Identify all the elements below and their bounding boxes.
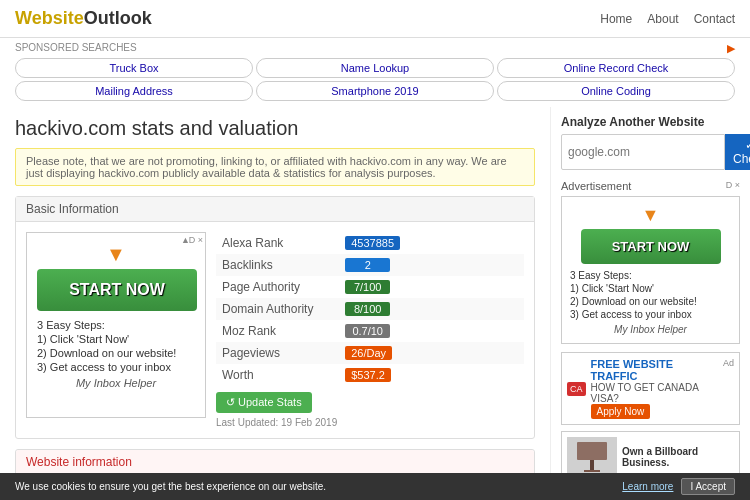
stats-value: 8/100 <box>339 298 524 320</box>
analyze-input[interactable] <box>561 134 725 170</box>
nav-contact[interactable]: Contact <box>694 12 735 26</box>
right-step-2: 2) Download on our website! <box>570 296 731 307</box>
analyze-title: Analyze Another Website <box>561 115 740 129</box>
right-inbox-helper: My Inbox Helper <box>570 324 731 335</box>
site-logo: WebsiteOutlook <box>15 8 152 29</box>
sponsored-item-5[interactable]: Smartphone 2019 <box>256 81 494 101</box>
cookie-learn-more[interactable]: Learn more <box>622 481 673 492</box>
right-ad-box: ▼ START NOW 3 Easy Steps: 1) Click 'Star… <box>561 196 740 344</box>
basic-info-header: Basic Information <box>16 197 534 222</box>
update-stats-button[interactable]: ↺ Update Stats <box>216 392 312 413</box>
stats-row: Alexa Rank 4537885 <box>216 232 524 254</box>
stats-table-container: Alexa Rank 4537885Backlinks 2Page Author… <box>216 232 524 428</box>
sponsored-item-3[interactable]: Online Record Check <box>497 58 735 78</box>
stats-label: Domain Authority <box>216 298 339 320</box>
right-ad-steps: 3 Easy Steps: 1) Click 'Start Now' 2) Do… <box>570 270 731 320</box>
sponsored-section: SPONSORED SEARCHES ▶ Truck Box Name Look… <box>0 38 750 107</box>
right-arrow-icon: ▼ <box>570 205 731 226</box>
sponsored-grid: Truck Box Name Lookup Online Record Chec… <box>15 58 735 101</box>
canada-flag: CA <box>567 382 586 396</box>
cookie-text: We use cookies to ensure you get the bes… <box>15 481 326 492</box>
arrow-down-icon: ▼ <box>37 243 195 266</box>
right-step-1: 1) Click 'Start Now' <box>570 283 731 294</box>
stats-table: Alexa Rank 4537885Backlinks 2Page Author… <box>216 232 524 386</box>
canada-apply-button[interactable]: Apply Now <box>591 404 651 419</box>
cookie-accept-button[interactable]: I Accept <box>681 478 735 495</box>
right-step-3: 3) Get access to your inbox <box>570 309 731 320</box>
svg-rect-1 <box>590 460 594 470</box>
step-2: 2) Download on our website! <box>37 347 195 359</box>
stats-row: Domain Authority 8/100 <box>216 298 524 320</box>
ad-label: D × <box>189 235 203 245</box>
notice-box: Please note, that we are not promoting, … <box>15 148 535 186</box>
right-steps-intro: 3 Easy Steps: <box>570 270 731 281</box>
site-header: WebsiteOutlook Home About Contact <box>0 0 750 38</box>
stats-value: 7/100 <box>339 276 524 298</box>
svg-rect-2 <box>584 470 600 472</box>
stats-value: $537.2 <box>339 364 524 386</box>
analyze-box: Analyze Another Website ✓ Check <box>561 115 740 170</box>
cookie-bar: We use cookies to ensure you get the bes… <box>0 473 750 500</box>
nav-about[interactable]: About <box>647 12 678 26</box>
ad-steps: 3 Easy Steps: 1) Click 'Start Now' 2) Do… <box>37 319 195 373</box>
main-content: hackivo.com stats and valuation Please n… <box>0 107 750 500</box>
cookie-actions: Learn more I Accept <box>622 478 735 495</box>
stats-value: 26/Day <box>339 342 524 364</box>
sponsored-item-2[interactable]: Name Lookup <box>256 58 494 78</box>
nav-home[interactable]: Home <box>600 12 632 26</box>
right-column: Analyze Another Website ✓ Check Advertis… <box>550 107 750 500</box>
stats-label: Backlinks <box>216 254 339 276</box>
right-start-now-button[interactable]: START NOW <box>581 229 721 264</box>
stats-label: Pageviews <box>216 342 339 364</box>
billboard-text: Own a Billboard Business. <box>622 446 734 468</box>
step-1: 1) Click 'Start Now' <box>37 333 195 345</box>
canada-text: FREE WEBSITE TRAFFIC HOW TO GET CANADA V… <box>591 358 718 419</box>
steps-intro: 3 Easy Steps: <box>37 319 195 331</box>
stats-label: Moz Rank <box>216 320 339 342</box>
logo-website: Website <box>15 8 84 28</box>
stats-value: 4537885 <box>339 232 524 254</box>
stats-label: Worth <box>216 364 339 386</box>
analyze-button[interactable]: ✓ Check <box>725 134 750 170</box>
billboard-icon <box>572 440 612 475</box>
last-updated: Last Updated: 19 Feb 2019 <box>216 417 524 428</box>
stats-row: Backlinks 2 <box>216 254 524 276</box>
stats-label: Alexa Rank <box>216 232 339 254</box>
sponsored-item-1[interactable]: Truck Box <box>15 58 253 78</box>
stats-row: Page Authority 7/100 <box>216 276 524 298</box>
analyze-input-row: ✓ Check <box>561 134 740 170</box>
svg-rect-0 <box>577 442 607 460</box>
stats-row: Worth $537.2 <box>216 364 524 386</box>
stats-label: Page Authority <box>216 276 339 298</box>
inbox-helper: My Inbox Helper <box>37 377 195 389</box>
left-ad-box: ▲ D × ▼ START NOW 3 Easy Steps: 1) Click… <box>26 232 206 418</box>
sponsored-icon: ▶ <box>727 42 735 55</box>
sponsored-item-6[interactable]: Online Coding <box>497 81 735 101</box>
page-title: hackivo.com stats and valuation <box>15 117 535 140</box>
stats-row: Pageviews 26/Day <box>216 342 524 364</box>
billboard-image <box>567 437 617 477</box>
sponsored-label: SPONSORED SEARCHES ▶ <box>15 42 735 55</box>
logo-outlook: Outlook <box>84 8 152 28</box>
left-column: hackivo.com stats and valuation Please n… <box>0 107 550 500</box>
stats-value: 2 <box>339 254 524 276</box>
basic-info-content: ▲ D × ▼ START NOW 3 Easy Steps: 1) Click… <box>16 222 534 438</box>
website-info-header: Website information <box>16 450 534 475</box>
basic-info-section: Basic Information ▲ D × ▼ START NOW 3 Ea… <box>15 196 535 439</box>
stats-value: 0.7/10 <box>339 320 524 342</box>
step-3: 3) Get access to your inbox <box>37 361 195 373</box>
nav-links: Home About Contact <box>600 12 735 26</box>
stats-row: Moz Rank 0.7/10 <box>216 320 524 342</box>
right-ad-x: D × <box>726 180 740 190</box>
canada-ad-label: Ad <box>723 358 734 368</box>
start-now-button[interactable]: START NOW <box>37 269 197 311</box>
advertisement-label: Advertisement D × <box>561 180 740 192</box>
sponsored-item-4[interactable]: Mailing Address <box>15 81 253 101</box>
canada-banner[interactable]: CA FREE WEBSITE TRAFFIC HOW TO GET CANAD… <box>561 352 740 425</box>
